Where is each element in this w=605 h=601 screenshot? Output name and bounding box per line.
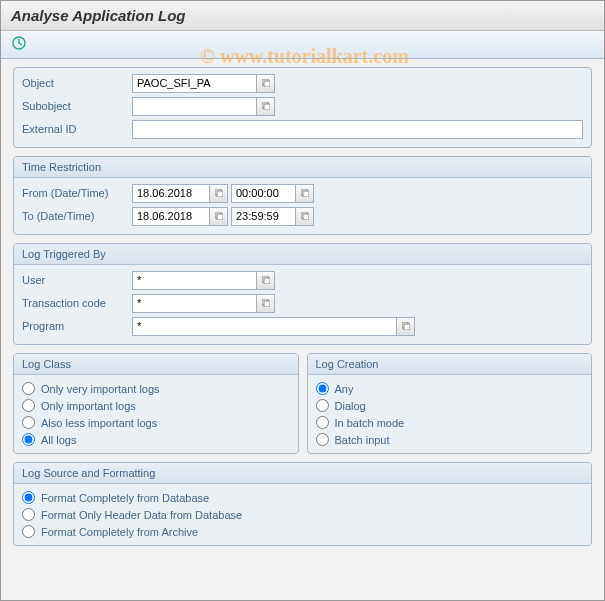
from-time-input[interactable] [231, 184, 296, 203]
user-input[interactable] [132, 271, 257, 290]
object-f4-button[interactable] [257, 74, 275, 93]
log-creation-batch-label[interactable]: In batch mode [335, 417, 405, 429]
time-restriction-header: Time Restriction [14, 157, 591, 178]
to-label: To (Date/Time) [22, 210, 132, 222]
log-class-all-label[interactable]: All logs [41, 434, 76, 446]
to-date-input[interactable] [132, 207, 210, 226]
from-date-input[interactable] [132, 184, 210, 203]
program-input[interactable] [132, 317, 397, 336]
log-class-all-radio[interactable] [22, 433, 35, 446]
program-f4-button[interactable] [397, 317, 415, 336]
log-source-db-header-radio[interactable] [22, 508, 35, 521]
log-creation-dialog-label[interactable]: Dialog [335, 400, 366, 412]
log-source-archive-label[interactable]: Format Completely from Archive [41, 526, 198, 538]
log-source-header: Log Source and Formatting [14, 463, 591, 484]
log-class-very-important-label[interactable]: Only very important logs [41, 383, 160, 395]
object-input[interactable] [132, 74, 257, 93]
log-source-db-header-label[interactable]: Format Only Header Data from Database [41, 509, 242, 521]
log-creation-panel: Log Creation Any Dialog In batch mode Ba… [307, 353, 593, 454]
page-title: Analyse Application Log [1, 1, 604, 31]
log-creation-header: Log Creation [308, 354, 592, 375]
svg-rect-12 [303, 214, 309, 220]
external-id-label: External ID [22, 123, 132, 135]
svg-rect-2 [264, 81, 270, 87]
log-source-panel: Log Source and Formatting Format Complet… [13, 462, 592, 546]
subobject-input[interactable] [132, 97, 257, 116]
svg-rect-16 [264, 301, 270, 307]
toolbar [1, 31, 604, 59]
tcode-input[interactable] [132, 294, 257, 313]
svg-rect-6 [217, 191, 223, 197]
object-panel: Object Subobject External ID [13, 67, 592, 148]
log-creation-dialog-radio[interactable] [316, 399, 329, 412]
to-time-f4-button[interactable] [296, 207, 314, 226]
log-creation-any-label[interactable]: Any [335, 383, 354, 395]
time-restriction-panel: Time Restriction From (Date/Time) To (Da… [13, 156, 592, 235]
log-creation-batch-radio[interactable] [316, 416, 329, 429]
svg-rect-8 [303, 191, 309, 197]
log-triggered-header: Log Triggered By [14, 244, 591, 265]
svg-rect-10 [217, 214, 223, 220]
log-creation-any-radio[interactable] [316, 382, 329, 395]
user-label: User [22, 274, 132, 286]
log-creation-batch-input-label[interactable]: Batch input [335, 434, 390, 446]
svg-rect-4 [264, 104, 270, 110]
tcode-f4-button[interactable] [257, 294, 275, 313]
from-time-f4-button[interactable] [296, 184, 314, 203]
log-class-header: Log Class [14, 354, 298, 375]
to-date-f4-button[interactable] [210, 207, 228, 226]
log-triggered-panel: Log Triggered By User Transaction code P… [13, 243, 592, 345]
log-class-less-important-radio[interactable] [22, 416, 35, 429]
log-class-important-radio[interactable] [22, 399, 35, 412]
log-source-archive-radio[interactable] [22, 525, 35, 538]
to-time-input[interactable] [231, 207, 296, 226]
from-label: From (Date/Time) [22, 187, 132, 199]
log-class-panel: Log Class Only very important logs Only … [13, 353, 299, 454]
from-date-f4-button[interactable] [210, 184, 228, 203]
program-label: Program [22, 320, 132, 332]
object-label: Object [22, 77, 132, 89]
log-class-important-label[interactable]: Only important logs [41, 400, 136, 412]
log-source-db-full-radio[interactable] [22, 491, 35, 504]
log-class-very-important-radio[interactable] [22, 382, 35, 395]
log-creation-batch-input-radio[interactable] [316, 433, 329, 446]
external-id-input[interactable] [132, 120, 583, 139]
log-source-db-full-label[interactable]: Format Completely from Database [41, 492, 209, 504]
log-class-less-important-label[interactable]: Also less important logs [41, 417, 157, 429]
subobject-label: Subobject [22, 100, 132, 112]
subobject-f4-button[interactable] [257, 97, 275, 116]
user-f4-button[interactable] [257, 271, 275, 290]
svg-rect-14 [264, 278, 270, 284]
execute-icon[interactable] [11, 35, 27, 51]
tcode-label: Transaction code [22, 297, 132, 309]
svg-rect-18 [404, 324, 410, 330]
